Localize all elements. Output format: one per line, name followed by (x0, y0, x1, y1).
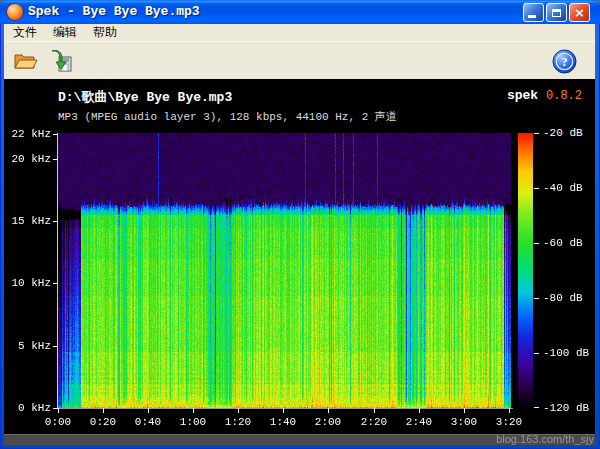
open-file-button[interactable] (10, 46, 40, 76)
svg-text:?: ? (561, 55, 567, 69)
x-axis-label: 1:40 (263, 416, 303, 428)
x-axis-label: 3:20 (489, 416, 529, 428)
colorbar-label: -100 dB (543, 347, 589, 359)
colorbar-label: -40 dB (543, 182, 583, 194)
y-axis-tick (53, 221, 58, 222)
x-axis-tick (509, 408, 510, 413)
colorbar-label: -120 dB (543, 402, 589, 414)
x-axis-label: 1:00 (173, 416, 213, 428)
close-icon: × (574, 6, 585, 19)
save-button[interactable] (46, 46, 76, 76)
x-axis-tick (193, 408, 194, 413)
x-axis-tick (374, 408, 375, 413)
y-axis-label: 22 kHz (4, 128, 51, 140)
x-axis-label: 2:20 (354, 416, 394, 428)
spectrogram-canvas (58, 133, 511, 408)
y-axis-tick (53, 346, 58, 347)
x-axis-label: 0:20 (83, 416, 123, 428)
maximize-icon (552, 9, 561, 17)
x-axis-tick (103, 408, 104, 413)
app-version: spek 0.8.2 (507, 88, 582, 103)
file-path-title: D:\歌曲\Bye Bye Bye.mp3 (58, 88, 232, 106)
close-button[interactable]: × (569, 3, 590, 22)
menu-item-edit[interactable]: 编辑 (46, 23, 84, 42)
help-icon: ? (552, 49, 577, 74)
y-axis-label: 15 kHz (4, 215, 51, 227)
x-axis-tick (148, 408, 149, 413)
menu-item-help[interactable]: 帮助 (86, 23, 124, 42)
app-version-number: 0.8.2 (546, 89, 582, 103)
colorbar-label: -20 dB (543, 127, 583, 139)
y-axis-label: 0 kHz (4, 402, 51, 414)
x-axis-tick (58, 408, 59, 413)
x-axis-label: 3:00 (444, 416, 484, 428)
colorbar-tick (534, 188, 539, 189)
toolbar: ? (4, 41, 595, 80)
maximize-button[interactable] (546, 3, 567, 22)
watermark: blog.163.com/th_sjy (496, 433, 594, 445)
open-folder-icon (12, 48, 38, 74)
y-axis-label: 10 kHz (4, 277, 51, 289)
colorbar-label: -80 dB (543, 292, 583, 304)
spectrogram-panel: D:\歌曲\Bye Bye Bye.mp3 spek 0.8.2 MP3 (MP… (4, 79, 595, 434)
colorbar-tick (534, 133, 539, 134)
x-axis-tick (464, 408, 465, 413)
app-window: Spek - Bye Bye Bye.mp3 × 文件 编辑 帮助 (0, 0, 600, 449)
colorbar-label: -60 dB (543, 237, 583, 249)
minimize-button[interactable] (523, 3, 544, 22)
x-axis-tick (238, 408, 239, 413)
app-name-label: spek (507, 88, 538, 103)
y-axis-tick (53, 283, 58, 284)
menu-item-file[interactable]: 文件 (6, 23, 44, 42)
window-title: Spek - Bye Bye Bye.mp3 (28, 4, 200, 19)
x-axis-tick (283, 408, 284, 413)
y-axis-label: 20 kHz (4, 153, 51, 165)
menu-bar: 文件 编辑 帮助 (4, 24, 595, 41)
x-axis-label: 2:00 (308, 416, 348, 428)
colorbar-tick (534, 407, 539, 408)
colorbar-tick (534, 243, 539, 244)
x-axis-line (57, 408, 513, 409)
window-controls: × (523, 3, 590, 22)
file-info-line: MP3 (MPEG audio layer 3), 128 kbps, 4410… (58, 109, 397, 124)
help-button[interactable]: ? (549, 46, 579, 76)
x-axis-label: 2:40 (399, 416, 439, 428)
colorbar (518, 133, 533, 408)
x-axis-label: 1:20 (218, 416, 258, 428)
title-bar[interactable]: Spek - Bye Bye Bye.mp3 × (0, 0, 600, 24)
app-icon (7, 4, 23, 20)
y-axis-label: 5 kHz (4, 340, 51, 352)
y-axis-tick (53, 134, 58, 135)
minimize-icon (528, 15, 536, 18)
y-axis-tick (53, 159, 58, 160)
x-axis-tick (419, 408, 420, 413)
colorbar-tick (534, 298, 539, 299)
x-axis-label: 0:00 (38, 416, 78, 428)
x-axis-label: 0:40 (128, 416, 168, 428)
save-spectrogram-icon (48, 48, 74, 74)
x-axis-tick (328, 408, 329, 413)
colorbar-tick (534, 353, 539, 354)
